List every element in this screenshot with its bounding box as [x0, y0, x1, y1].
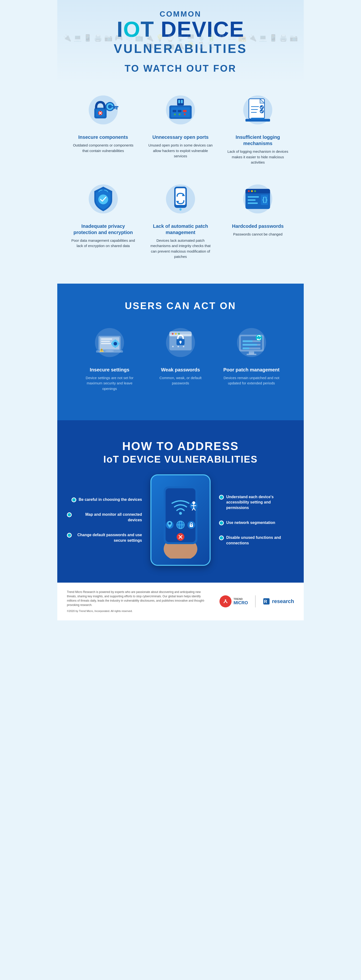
how-section: HOW TO ADDRESS IoT DEVICE VULNERABILITIE… — [57, 420, 304, 582]
header-vulnerabilities: VULNERABILITIES — [62, 41, 299, 56]
act-on-cards-grid: ! Insecure settings Device settings are … — [67, 316, 294, 406]
svg-point-44 — [248, 190, 249, 192]
insecure-settings-icon: ! — [90, 323, 129, 362]
card-desc: Outdated components or components that c… — [70, 143, 136, 153]
svg-rect-20 — [177, 99, 184, 106]
svg-rect-57 — [101, 343, 111, 344]
card-title: Insecure components — [70, 134, 136, 140]
card-desc: Devices remain unpatched and not updated… — [222, 375, 281, 386]
svg-rect-31 — [251, 118, 265, 119]
svg-rect-49 — [248, 202, 258, 204]
how-item-3: Change default passwords and use secure … — [67, 532, 142, 543]
how-item-5: Use network segmentation — [219, 520, 294, 525]
card-desc: Poor data management capabilities and la… — [70, 238, 136, 249]
svg-point-106 — [168, 522, 171, 525]
how-item-text-4: Understand each device's accessibility s… — [226, 494, 294, 511]
how-dot-2 — [67, 512, 72, 517]
svg-rect-22 — [181, 100, 183, 103]
card-insecure-components: Insecure components Outdated components … — [67, 86, 139, 170]
how-dot-4 — [219, 495, 224, 500]
svg-rect-16 — [183, 110, 187, 112]
how-item-text-3: Change default passwords and use secure … — [74, 532, 142, 543]
how-item-1: Be careful in choosing the devices — [67, 497, 142, 502]
card-title: Lack of automatic patch management — [148, 223, 213, 235]
phone-illustration — [150, 474, 211, 566]
card-desc: Common, weak, or default passwords — [151, 375, 210, 386]
svg-text:R: R — [264, 599, 267, 604]
header-watchout: TO WATCH OUT FOR — [62, 56, 299, 79]
footer-logos: TREND MICRO R research — [219, 595, 294, 608]
trend-micro-icon — [219, 595, 232, 608]
svg-rect-89 — [243, 344, 257, 345]
svg-text:*: * — [172, 345, 174, 350]
svg-rect-21 — [178, 100, 180, 103]
svg-point-17 — [174, 113, 176, 115]
card-desc: Devices lack automated patch mechanisms … — [148, 238, 213, 259]
research-logo: R research — [263, 598, 294, 605]
research-label: research — [272, 598, 294, 605]
how-header: HOW TO ADDRESS IoT DEVICE VULNERABILITIE… — [67, 432, 294, 469]
patch-icon — [161, 180, 200, 218]
open-ports-icon — [161, 91, 200, 129]
svg-rect-10 — [114, 107, 115, 109]
svg-rect-9 — [116, 107, 117, 110]
svg-rect-15 — [178, 110, 182, 112]
how-content: Be careful in choosing the devices Map a… — [67, 469, 294, 571]
infographic: 🔌 💻 📱 🖨️ 📷 🎮 ❄️ 📺 🔌 💡 ⌚ 📡 🖥️ 🎙️ 🔋 🖱️ ⌨️ … — [57, 0, 304, 620]
card-title: Insufficient logging mechanisms — [225, 134, 291, 146]
svg-point-100 — [192, 501, 195, 504]
logging-icon — [238, 91, 277, 129]
how-item-2: Map and monitor all connected devices — [67, 512, 142, 523]
how-item-4: Understand each device's accessibility s… — [219, 494, 294, 511]
svg-point-98 — [179, 512, 182, 515]
hardcoded-icon: {} — [238, 180, 277, 218]
svg-point-59 — [113, 342, 117, 345]
svg-rect-91 — [243, 347, 249, 349]
how-item-text-1: Be careful in choosing the devices — [79, 497, 142, 502]
header: 🔌 💻 📱 🖨️ 📷 🎮 ❄️ 📺 🔌 💡 ⌚ 📡 🖥️ 🎙️ 🔋 🖱️ ⌨️ … — [57, 0, 304, 83]
poor-patch-icon — [232, 323, 271, 362]
how-dot-6 — [219, 536, 224, 540]
card-title: Insecure settings — [80, 367, 139, 373]
svg-rect-8 — [112, 106, 118, 107]
card-insecure-settings: ! Insecure settings Device settings are … — [77, 318, 143, 396]
card-privacy: Inadequate privacy protection and encryp… — [67, 175, 139, 264]
svg-point-72 — [172, 333, 174, 335]
footer-copyright: ©2020 by Trend Micro, Incorporated. All … — [67, 609, 210, 613]
card-desc: Passwords cannot be changed — [225, 232, 291, 237]
card-title: Weak passwords — [151, 367, 210, 373]
trend-micro-logo: TREND MICRO — [219, 595, 248, 608]
svg-rect-56 — [101, 340, 110, 342]
svg-point-117 — [225, 600, 226, 601]
footer-text: Trend Micro Research is powered by exper… — [67, 590, 210, 607]
act-on-header: USERS CAN ACT ON — [67, 293, 294, 316]
svg-rect-47 — [248, 196, 259, 197]
card-title: Inadequate privacy protection and encryp… — [70, 223, 136, 235]
svg-text:*: * — [177, 345, 179, 350]
insecure-components-icon — [84, 91, 123, 129]
footer: Trend Micro Research is powered by exper… — [57, 582, 304, 620]
card-patch: Lack of automatic patch management Devic… — [144, 175, 217, 264]
svg-point-19 — [184, 113, 185, 115]
how-item-6: Disable unused functions and connections — [219, 535, 294, 546]
svg-point-67 — [105, 350, 114, 352]
svg-point-73 — [175, 333, 177, 335]
how-item-text-2: Map and monitor all connected devices — [74, 512, 142, 523]
card-open-ports: Unnecessary open ports Unused open ports… — [144, 86, 217, 170]
card-title: Hardcoded passwords — [225, 223, 291, 229]
watchout-cards-grid: Insecure components Outdated components … — [57, 83, 304, 274]
svg-rect-14 — [173, 110, 176, 112]
svg-text:*: * — [183, 345, 185, 350]
how-dot-1 — [72, 498, 76, 502]
how-item-text-5: Use network segmentation — [226, 520, 275, 525]
card-desc: Lack of logging mechanism in devices mak… — [225, 149, 291, 165]
svg-point-18 — [179, 113, 180, 115]
svg-rect-60 — [115, 339, 116, 341]
card-desc: Device settings are not set for maximum … — [80, 375, 139, 391]
svg-rect-48 — [248, 199, 256, 200]
iot-dot: o — [123, 18, 141, 41]
card-title: Unnecessary open ports — [148, 134, 213, 140]
svg-rect-63 — [118, 343, 120, 344]
card-hardcoded: {} Hardcoded passwords Passwords cannot … — [222, 175, 294, 264]
svg-point-112 — [191, 525, 192, 526]
